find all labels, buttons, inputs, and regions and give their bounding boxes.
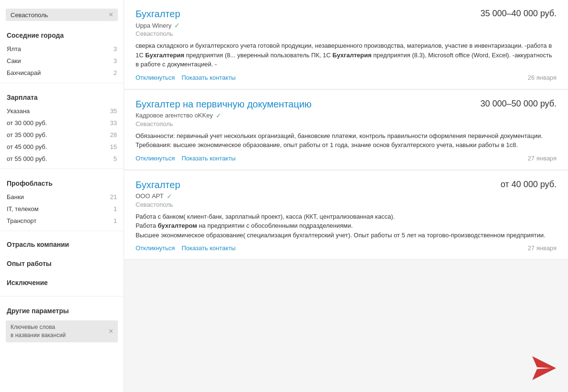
salary-item[interactable]: от 30 000 руб.33 — [0, 117, 124, 129]
profoblast-item-count: 1 — [114, 205, 117, 212]
job-title[interactable]: Бухгалтер — [136, 9, 180, 20]
show-contacts-button[interactable]: Показать контакты — [181, 244, 235, 252]
job-actions-left: Откликнуться Показать контакты — [136, 244, 236, 252]
job-card: Бухгалтер на первичную документацию 30 0… — [124, 90, 568, 170]
job-location: Севастополь — [136, 201, 557, 208]
show-contacts-button[interactable]: Показать контакты — [181, 74, 235, 81]
other-params-title: Другие параметры — [0, 300, 124, 318]
divider-1 — [0, 83, 124, 83]
profoblast-item[interactable]: IT, телеком1 — [0, 203, 124, 215]
svg-marker-0 — [532, 356, 556, 380]
profoblast-item[interactable]: Транспорт1 — [0, 215, 124, 227]
salary-item-count: 28 — [110, 131, 117, 138]
keyword-tag-text: Ключевые слова в названии вакансий — [11, 323, 66, 339]
divider-4 — [0, 296, 124, 297]
city-filter-tag[interactable]: Севастополь × — [6, 9, 118, 21]
job-description: сверка складского и бухгалтерского учета… — [136, 41, 557, 69]
profoblast-item-label: IT, телеком — [7, 205, 39, 212]
job-salary: от 40 000 руб. — [501, 180, 557, 190]
sidebar-city-label: Бахчисарай — [7, 69, 41, 76]
main-content: Бухгалтер 35 000–40 000 руб. Uppa Winery… — [124, 0, 568, 392]
salary-item-count: 35 — [110, 107, 117, 115]
company-industry-section[interactable]: Отрасль компании — [0, 235, 124, 254]
job-description: Работа с банком( клиент-банк, зарплатный… — [136, 212, 557, 240]
salary-item[interactable]: от 35 000 руб.28 — [0, 129, 124, 141]
job-salary: 30 000–50 000 руб. — [481, 99, 557, 109]
salary-item-label: от 30 000 руб. — [7, 119, 47, 127]
salary-item[interactable]: от 45 000 руб.15 — [0, 141, 124, 153]
salary-item[interactable]: от 55 000 руб.5 — [0, 153, 124, 165]
salary-item-label: Указана — [7, 107, 30, 115]
jobs-list: Бухгалтер 35 000–40 000 руб. Uppa Winery… — [124, 0, 568, 260]
show-contacts-button[interactable]: Показать контакты — [181, 155, 235, 162]
job-date: 27 января — [528, 155, 557, 162]
job-date: 27 января — [528, 244, 557, 252]
salary-list: Указана35от 30 000 руб.33от 35 000 руб.2… — [0, 105, 124, 165]
job-actions-left: Откликнуться Показать контакты — [136, 74, 236, 81]
verified-check-icon: ✓ — [174, 21, 180, 29]
job-actions: Откликнуться Показать контакты 26 января — [136, 74, 557, 81]
sidebar-city-count: 3 — [114, 57, 117, 64]
job-company: Uppa Winery ✓ — [136, 21, 557, 29]
neighboring-city-item[interactable]: Ялта3 — [0, 43, 124, 55]
paper-plane-decoration — [530, 354, 558, 382]
salary-item-count: 33 — [110, 119, 117, 127]
job-location: Севастополь — [136, 120, 557, 127]
exception-section[interactable]: Исключение — [0, 273, 124, 292]
respond-button[interactable]: Откликнуться — [136, 244, 175, 252]
salary-item-count: 5 — [114, 155, 117, 162]
sidebar-city-label: Саки — [7, 57, 21, 64]
profoblast-item[interactable]: Банки21 — [0, 191, 124, 203]
verified-check-icon: ✓ — [216, 112, 221, 119]
keyword-tag[interactable]: Ключевые слова в названии вакансий × — [6, 320, 118, 342]
divider-3 — [0, 231, 124, 231]
neighboring-cities-list: Ялта3Саки3Бахчисарай2 — [0, 43, 124, 79]
profoblast-item-count: 21 — [110, 193, 117, 201]
sidebar-city-count: 3 — [114, 45, 117, 53]
job-date: 26 января — [528, 74, 557, 81]
divider-2 — [0, 169, 124, 169]
respond-button[interactable]: Откликнуться — [136, 155, 175, 162]
neighboring-cities-title: Соседние города — [0, 25, 124, 43]
job-salary: 35 000–40 000 руб. — [481, 9, 557, 19]
profoblast-title: Профобласть — [0, 173, 124, 191]
profoblast-item-label: Транспорт — [7, 217, 37, 224]
job-actions: Откликнуться Показать контакты 27 января — [136, 155, 557, 162]
city-tag-label: Севастополь — [11, 11, 48, 19]
job-header: Бухгалтер на первичную документацию 30 0… — [136, 99, 557, 110]
job-title[interactable]: Бухгалтер на первичную документацию — [136, 99, 312, 110]
salary-item-label: от 55 000 руб. — [7, 155, 47, 162]
work-experience-section[interactable]: Опыт работы — [0, 254, 124, 273]
salary-item-count: 15 — [110, 143, 117, 150]
profoblast-item-count: 1 — [114, 217, 117, 224]
job-header: Бухгалтер 35 000–40 000 руб. — [136, 9, 557, 20]
company-name[interactable]: Uppa Winery — [136, 22, 171, 29]
salary-title: Зарплата — [0, 87, 124, 105]
job-card: Бухгалтер от 40 000 руб. ООО АРТ ✓ Севас… — [124, 171, 568, 260]
profoblast-item-label: Банки — [7, 193, 24, 201]
sidebar-city-label: Ялта — [7, 45, 21, 53]
job-company: ООО АРТ ✓ — [136, 192, 557, 200]
salary-item-label: от 35 000 руб. — [7, 131, 47, 138]
company-name[interactable]: Кадровое агентство oKKey — [136, 112, 213, 119]
sidebar: Севастополь × Соседние города Ялта3Саки3… — [0, 0, 124, 392]
job-company: Кадровое агентство oKKey ✓ — [136, 112, 557, 119]
neighboring-city-item[interactable]: Бахчисарай2 — [0, 67, 124, 79]
job-actions-left: Откликнуться Показать контакты — [136, 155, 236, 162]
city-tag-close-icon[interactable]: × — [109, 11, 113, 19]
salary-item-label: от 45 000 руб. — [7, 143, 47, 150]
job-description: Обязанности: первичный учет нескольких о… — [136, 131, 557, 150]
keyword-tag-close-icon[interactable]: × — [109, 328, 113, 335]
sidebar-city-count: 2 — [114, 69, 117, 76]
job-location: Севастополь — [136, 30, 557, 37]
job-title[interactable]: Бухгалтер — [136, 180, 180, 191]
profoblast-list: Банки21IT, телеком1Транспорт1 — [0, 191, 124, 227]
verified-check-icon: ✓ — [167, 192, 172, 200]
company-name[interactable]: ООО АРТ — [136, 192, 164, 200]
job-header: Бухгалтер от 40 000 руб. — [136, 180, 557, 191]
respond-button[interactable]: Откликнуться — [136, 74, 175, 81]
job-card: Бухгалтер 35 000–40 000 руб. Uppa Winery… — [124, 0, 568, 89]
job-actions: Откликнуться Показать контакты 27 января — [136, 244, 557, 252]
neighboring-city-item[interactable]: Саки3 — [0, 55, 124, 67]
salary-item[interactable]: Указана35 — [0, 105, 124, 117]
